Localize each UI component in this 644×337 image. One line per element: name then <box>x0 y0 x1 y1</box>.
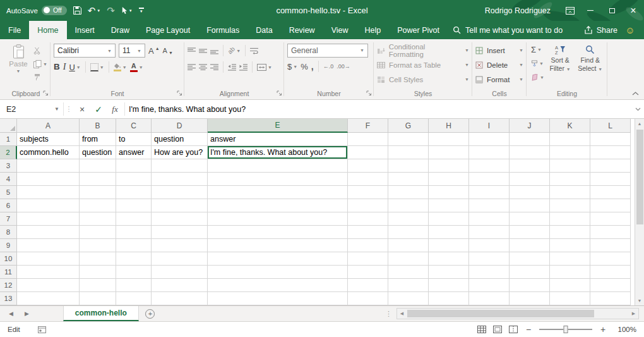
cell-E4[interactable] <box>208 173 348 186</box>
cell-E12[interactable] <box>208 279 348 292</box>
cell-B1[interactable]: from <box>80 133 116 146</box>
delete-cells-button[interactable]: Delete▼ <box>475 58 523 72</box>
find-select-button[interactable]: Find & Select ▼ <box>576 41 604 87</box>
cell-G2[interactable] <box>388 146 429 159</box>
cell-L10[interactable] <box>590 252 631 266</box>
cell-K12[interactable] <box>550 279 590 292</box>
cell-C5[interactable] <box>116 186 152 199</box>
cut-button[interactable] <box>33 46 47 56</box>
ribbon-tab-file[interactable]: File <box>0 21 29 39</box>
column-header-B[interactable]: B <box>80 119 116 133</box>
paste-button[interactable]: Paste ▼ <box>4 41 32 87</box>
minimize-button[interactable] <box>580 0 601 21</box>
column-header-F[interactable]: F <box>348 119 388 133</box>
cell-L11[interactable] <box>590 266 631 279</box>
cell-K7[interactable] <box>550 212 590 226</box>
fill-color-button[interactable]: ▼ <box>114 63 127 71</box>
scroll-up-icon[interactable]: ▲ <box>635 119 644 128</box>
cell-F1[interactable] <box>348 133 388 146</box>
normal-view-icon[interactable] <box>477 326 486 333</box>
cell-H8[interactable] <box>429 226 469 239</box>
cell-G11[interactable] <box>388 266 429 279</box>
cell-J4[interactable] <box>510 173 550 186</box>
cell-H6[interactable] <box>429 199 469 212</box>
cell-J10[interactable] <box>510 252 550 266</box>
align-right-button[interactable] <box>210 64 218 71</box>
percent-style-button[interactable]: % <box>301 63 308 71</box>
cell-L8[interactable] <box>590 226 631 239</box>
column-header-H[interactable]: H <box>429 119 469 133</box>
cell-L7[interactable] <box>590 212 631 226</box>
cell-E13[interactable] <box>208 292 348 305</box>
cell-G6[interactable] <box>388 199 429 212</box>
name-box-dropdown-icon[interactable]: ▼ <box>54 106 59 112</box>
cell-C1[interactable]: to <box>116 133 152 146</box>
cell-F8[interactable] <box>348 226 388 239</box>
tell-me-box[interactable]: Tell me what you want to do <box>453 21 563 39</box>
cell-J2[interactable] <box>510 146 550 159</box>
increase-font-size-button[interactable]: A▲ <box>148 47 160 55</box>
cell-A13[interactable] <box>17 292 80 305</box>
column-header-G[interactable]: G <box>388 119 429 133</box>
column-header-L[interactable]: L <box>590 119 631 133</box>
cell-E8[interactable] <box>208 226 348 239</box>
format-painter-button[interactable] <box>33 72 47 82</box>
cell-J13[interactable] <box>510 292 550 305</box>
borders-button[interactable]: ▼ <box>90 63 104 71</box>
cell-E7[interactable] <box>208 212 348 226</box>
row-header-4[interactable]: 4 <box>0 173 17 186</box>
clipboard-dialog-launcher[interactable] <box>43 90 49 96</box>
row-header-11[interactable]: 11 <box>0 266 17 279</box>
undo-icon[interactable]: ↶▼ <box>88 6 101 15</box>
cell-D11[interactable] <box>152 266 208 279</box>
ribbon-tab-view[interactable]: View <box>323 21 357 39</box>
copy-button[interactable]: ▼ <box>33 59 47 69</box>
cell-G4[interactable] <box>388 173 429 186</box>
cell-H9[interactable] <box>429 239 469 252</box>
column-header-J[interactable]: J <box>510 119 550 133</box>
new-sheet-button[interactable]: + <box>139 306 162 321</box>
cell-D3[interactable] <box>152 159 208 173</box>
cell-D4[interactable] <box>152 173 208 186</box>
zoom-level[interactable]: 100% <box>614 326 636 333</box>
macro-record-icon[interactable] <box>38 326 46 333</box>
cell-L12[interactable] <box>590 279 631 292</box>
cell-I12[interactable] <box>469 279 510 292</box>
row-header-6[interactable]: 6 <box>0 199 17 212</box>
select-all-button[interactable] <box>0 119 17 133</box>
cell-H12[interactable] <box>429 279 469 292</box>
vertical-scrollbar[interactable]: ▲ ▼ <box>635 119 644 305</box>
italic-button[interactable]: I <box>63 63 66 71</box>
align-middle-button[interactable] <box>199 47 207 54</box>
user-name[interactable]: Rodrigo Rodriguez <box>485 6 551 15</box>
cell-K5[interactable] <box>550 186 590 199</box>
ribbon-tab-formulas[interactable]: Formulas <box>198 21 247 39</box>
cell-H1[interactable] <box>429 133 469 146</box>
enter-button[interactable]: ✓ <box>90 100 107 118</box>
scroll-left-icon[interactable]: ◀ <box>397 309 407 319</box>
sort-filter-button[interactable]: AZ Sort & Filter ▼ <box>546 41 575 87</box>
expand-formula-bar-icon[interactable] <box>631 100 644 118</box>
cell-D1[interactable]: question <box>152 133 208 146</box>
cell-H7[interactable] <box>429 212 469 226</box>
cell-A6[interactable] <box>17 199 80 212</box>
cell-K6[interactable] <box>550 199 590 212</box>
format-as-table-button[interactable]: Format as Table▼ <box>377 58 469 72</box>
formula-bar-splitter[interactable]: ⋮ <box>64 100 74 118</box>
cell-D10[interactable] <box>152 252 208 266</box>
cell-J9[interactable] <box>510 239 550 252</box>
zoom-out-button[interactable]: − <box>525 324 532 334</box>
cell-F4[interactable] <box>348 173 388 186</box>
cell-D8[interactable] <box>152 226 208 239</box>
decrease-decimal-button[interactable]: .00→ <box>337 64 350 70</box>
ribbon-tab-page-layout[interactable]: Page Layout <box>138 21 198 39</box>
sheet-nav-left-icon[interactable]: ◀ <box>9 310 13 317</box>
page-break-view-icon[interactable] <box>509 326 518 333</box>
share-button[interactable]: Share <box>584 21 617 39</box>
align-center-button[interactable] <box>199 64 207 71</box>
decrease-font-size-button[interactable]: A▼ <box>163 47 173 54</box>
cell-J5[interactable] <box>510 186 550 199</box>
cell-I4[interactable] <box>469 173 510 186</box>
row-header-3[interactable]: 3 <box>0 159 17 173</box>
row-header-12[interactable]: 12 <box>0 279 17 292</box>
